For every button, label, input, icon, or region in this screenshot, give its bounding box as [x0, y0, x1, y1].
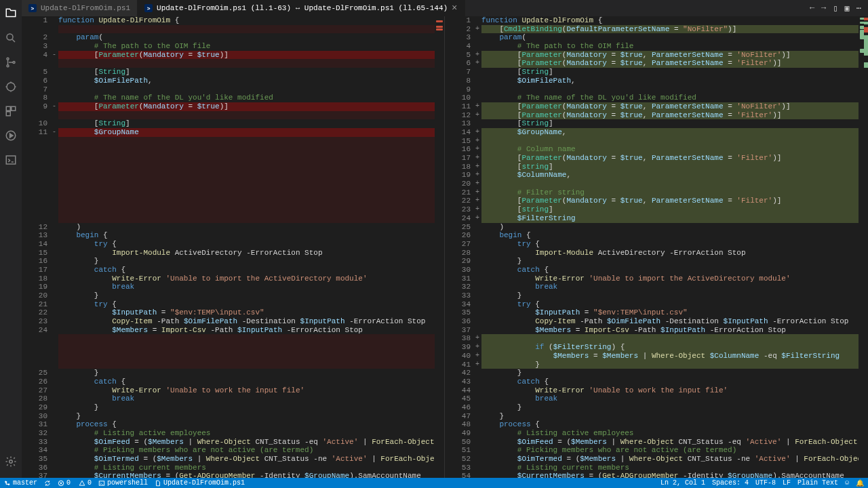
tab-file-original[interactable]: > Update-DlFromOim.ps1: [22, 0, 138, 16]
powershell-icon: >: [28, 4, 37, 12]
status-eol[interactable]: LF: [783, 479, 791, 487]
status-file[interactable]: Update-DlFromOim.ps1: [155, 479, 245, 487]
powershell-icon: >: [144, 4, 153, 12]
svg-point-4: [7, 83, 15, 91]
terminal-icon[interactable]: [3, 152, 19, 168]
activity-bar: [0, 0, 22, 478]
svg-point-2: [7, 65, 9, 67]
status-language[interactable]: Plain Text: [797, 479, 838, 487]
tab-label: Update-DlFromOim.ps1 (ll.1-63) ↔ Update-…: [157, 4, 448, 12]
status-shell[interactable]: powershell: [98, 479, 148, 487]
svg-rect-7: [6, 112, 10, 116]
minimap[interactable]: [435, 16, 444, 478]
svg-point-1: [7, 58, 9, 60]
diff-pane-original[interactable]: 1234567891011121314151617181920212223242…: [22, 16, 445, 478]
status-spaces[interactable]: Spaces: 4: [712, 479, 749, 487]
source-control-icon[interactable]: [3, 54, 19, 70]
diff-editor: 1234567891011121314151617181920212223242…: [22, 16, 868, 478]
status-encoding[interactable]: UTF-8: [755, 479, 776, 487]
split-editor-icon[interactable]: ▣: [845, 3, 850, 14]
close-icon[interactable]: ×: [452, 3, 457, 14]
more-icon[interactable]: ⋯: [856, 3, 861, 14]
diff-pane-modified[interactable]: 1234567891011121314151617181920212223242…: [445, 16, 868, 478]
status-bar: master 0 0 powershell Update-DlFromOim.p…: [0, 478, 868, 488]
status-bell-icon[interactable]: 🔔: [856, 479, 864, 487]
tab-file-diff[interactable]: > Update-DlFromOim.ps1 (ll.1-63) ↔ Updat…: [138, 0, 465, 16]
svg-rect-12: [99, 481, 104, 485]
svg-rect-5: [6, 106, 10, 110]
extensions-icon[interactable]: [3, 103, 19, 119]
run-icon[interactable]: [3, 127, 19, 144]
svg-point-0: [7, 34, 13, 40]
search-icon[interactable]: [3, 30, 19, 46]
status-branch[interactable]: master: [4, 479, 37, 487]
toggle-layout-icon[interactable]: ▯: [833, 3, 837, 14]
status-sync[interactable]: [44, 480, 51, 487]
nav-back-icon[interactable]: ←: [810, 3, 814, 13]
svg-point-3: [13, 62, 15, 64]
gear-icon[interactable]: [3, 453, 19, 470]
svg-rect-6: [12, 106, 16, 110]
tab-actions: ← → ▯ ▣ ⋯: [810, 0, 868, 16]
status-problems[interactable]: 0 0: [58, 479, 92, 487]
nav-forward-icon[interactable]: →: [821, 3, 826, 13]
debug-icon[interactable]: [3, 79, 19, 95]
overview-ruler[interactable]: [864, 16, 868, 478]
svg-point-10: [9, 460, 13, 464]
svg-rect-9: [6, 156, 16, 164]
explorer-icon[interactable]: [3, 5, 19, 22]
status-position[interactable]: Ln 2, Col 1: [660, 479, 705, 487]
tab-label: Update-DlFromOim.ps1: [41, 4, 130, 12]
tab-bar: > Update-DlFromOim.ps1 > Update-DlFromOi…: [22, 0, 868, 16]
status-feedback-icon[interactable]: ☺: [845, 479, 849, 487]
